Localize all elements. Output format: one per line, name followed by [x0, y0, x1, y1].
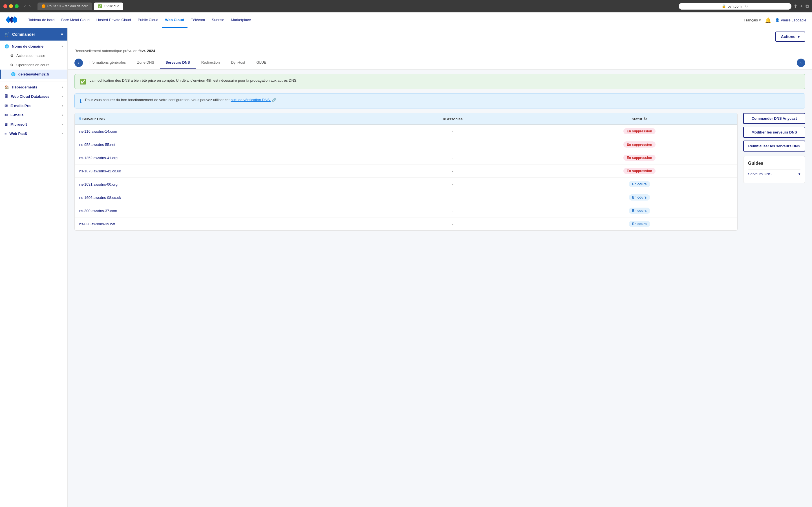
nav-sunrise[interactable]: Sunrise [208, 13, 227, 28]
commander-chevron-icon: ▾ [61, 32, 63, 37]
language-selector[interactable]: Français ▾ [744, 18, 761, 22]
status-badge-2: En suppression [623, 155, 656, 161]
status-val-4: En cours [546, 181, 733, 187]
modifier-serveurs-dns-button[interactable]: Modifier les serveurs DNS [743, 127, 805, 138]
user-menu[interactable]: 👤 Pierre Leocadie [775, 18, 806, 22]
tab-redirection[interactable]: Redirection [196, 56, 225, 69]
status-badge-7: En cours [629, 221, 650, 227]
col-ip-label: IP associée [443, 117, 463, 121]
status-badge-4: En cours [629, 181, 650, 187]
main-content: Actions ▾ Renouvellement automatique pré… [68, 28, 812, 507]
status-badge-3: En suppression [623, 168, 656, 174]
server-name-6: ns-300.awsdns-37.com [79, 209, 359, 213]
browser-tab-1[interactable]: 🟠 Route 53 – tableau de bord [38, 3, 92, 10]
forward-button[interactable]: › [28, 3, 32, 9]
ip-val-0: - [359, 129, 546, 133]
share-button[interactable]: ⬆ [794, 4, 797, 9]
sidebar-item-operations-cours[interactable]: ⚙ Opérations en cours [0, 60, 67, 69]
table-row: ns-958.awsdns-55.net - En suppression [75, 138, 737, 151]
nav-public-cloud[interactable]: Public Cloud [135, 13, 162, 28]
table-info-icon: ℹ [79, 117, 81, 121]
sidebar-item-deletesystem32[interactable]: 🌐 deletesystem32.fr [0, 69, 67, 79]
reload-icon[interactable]: ↻ [745, 4, 748, 8]
maximize-button[interactable] [15, 4, 18, 8]
settings-icon: ⚙ [10, 54, 13, 58]
address-bar[interactable]: 🔒 ovh.com ↻ [679, 3, 792, 10]
sidebar-toggle-button[interactable]: ⧉ [806, 4, 809, 9]
ovh-logo[interactable] [6, 16, 17, 24]
content-grid: ℹ Serveur DNS IP associée Statut ↻ [68, 113, 812, 237]
tabs-section: ‹ Informations générales Zone DNS Serveu… [68, 56, 812, 69]
sidebar-divider-1 [0, 81, 67, 81]
nav-tableau-de-bord[interactable]: Tableau de bord [25, 13, 58, 28]
sidebar-item-microsoft[interactable]: ⊞ Microsoft › [0, 120, 67, 129]
back-button[interactable]: ‹ [23, 3, 27, 9]
chevron-icon-paas: › [62, 132, 63, 135]
sidebar-item-label-email: E-mails [10, 113, 23, 117]
status-val-5: En cours [546, 194, 733, 201]
sidebar-item-hebergements[interactable]: 🏠 Hébergements › [0, 82, 67, 92]
side-panel: Commander DNS Anycast Modifier les serve… [743, 113, 805, 231]
close-button[interactable] [3, 4, 7, 8]
server-name-0: ns-116.awsdns-14.com [79, 129, 359, 133]
tab1-label: Route 53 – tableau de bord [47, 4, 88, 8]
alert-success: ✅ La modification des DNS a bien été pri… [74, 74, 805, 89]
commander-button[interactable]: 🛒 Commander ▾ [0, 28, 67, 41]
new-tab-button[interactable]: + [800, 4, 803, 9]
sidebar-item-web-paas[interactable]: ≡ Web PaaS › [0, 129, 67, 138]
info-icon: ℹ [80, 98, 82, 104]
sidebar-item-label-db: Web Cloud Databases [11, 94, 49, 99]
sidebar-item-label-domain: deletesystem32.fr [18, 72, 49, 76]
guides-item-serveurs-dns[interactable]: Serveurs DNS ▾ [748, 169, 801, 178]
col-status-header: Statut ↻ [546, 117, 733, 121]
ip-val-2: - [359, 156, 546, 160]
tab-next-button[interactable]: › [797, 59, 805, 67]
browser-chrome: ‹ › 🟠 Route 53 – tableau de bord ✅ OVHcl… [0, 0, 812, 12]
sidebar-item-emails-pro[interactable]: ✉ E-mails Pro › [0, 101, 67, 110]
status-badge-0: En suppression [623, 128, 656, 134]
status-badge-1: En suppression [623, 142, 656, 148]
table-header: ℹ Serveur DNS IP associée Statut ↻ [75, 113, 737, 125]
alert-info: ℹ Pour vous assurer du bon fonctionnemen… [74, 94, 805, 108]
chevron-icon-email: › [62, 114, 63, 117]
nav-bare-metal-cloud[interactable]: Bare Metal Cloud [58, 13, 93, 28]
app-wrapper: Tableau de bord Bare Metal Cloud Hosted … [0, 12, 812, 507]
dns-table: ℹ Serveur DNS IP associée Statut ↻ [74, 113, 738, 231]
ip-val-5: - [359, 195, 546, 200]
tab-dynhost[interactable]: DynHost [225, 56, 251, 69]
tab2-icon: ✅ [98, 4, 102, 8]
status-val-7: En cours [546, 221, 733, 227]
tab-zone-dns[interactable]: Zone DNS [132, 56, 160, 69]
status-badge-5: En cours [629, 194, 650, 201]
table-row: ns-1352.awsdns-41.org - En suppression [75, 151, 737, 165]
nav-hosted-private-cloud[interactable]: Hosted Private Cloud [93, 13, 135, 28]
sidebar-item-emails[interactable]: ✉ E-mails › [0, 110, 67, 120]
tab-informations-generales[interactable]: Informations générales [83, 56, 132, 69]
chevron-icon-ms: › [62, 123, 63, 126]
tab2-label: OVHcloud [104, 4, 119, 8]
nav-telecom[interactable]: Télécom [188, 13, 208, 28]
table-row: ns-830.awsdns-39.net - En cours [75, 217, 737, 230]
nav-web-cloud[interactable]: Web Cloud [162, 13, 188, 28]
sidebar-item-web-cloud-db[interactable]: 🗄 Web Cloud Databases › [0, 92, 67, 101]
tab-prev-button[interactable]: ‹ [74, 59, 83, 67]
guides-chevron-icon: ▾ [799, 172, 801, 176]
window-controls [3, 4, 18, 8]
external-link-icon: 🔗 [272, 98, 276, 102]
notifications-bell-icon[interactable]: 🔔 [765, 17, 771, 23]
browser-tab-2[interactable]: ✅ OVHcloud [94, 3, 123, 10]
tab-serveurs-dns[interactable]: Serveurs DNS [160, 56, 196, 69]
server-name-3: ns-1873.awsdns-42.co.uk [79, 169, 359, 173]
sidebar-item-noms-de-domaine[interactable]: 🌐 Noms de domaine ▾ [0, 42, 67, 51]
microsoft-icon: ⊞ [4, 122, 8, 126]
minimize-button[interactable] [9, 4, 13, 8]
commander-dns-anycast-button[interactable]: Commander DNS Anycast [743, 113, 805, 124]
actions-button[interactable]: Actions ▾ [775, 32, 805, 42]
dns-verification-link[interactable]: outil de vérification DNS. [231, 98, 271, 102]
refresh-icon[interactable]: ↻ [644, 117, 647, 121]
tab-glue[interactable]: GLUE [251, 56, 272, 69]
nav-marketplace[interactable]: Marketplace [227, 13, 254, 28]
reinitialiser-serveurs-dns-button[interactable]: Réinitialiser les serveurs DNS [743, 140, 805, 152]
status-badge-6: En cours [629, 208, 650, 214]
sidebar-item-actions-masse[interactable]: ⚙ Actions de masse [0, 51, 67, 60]
